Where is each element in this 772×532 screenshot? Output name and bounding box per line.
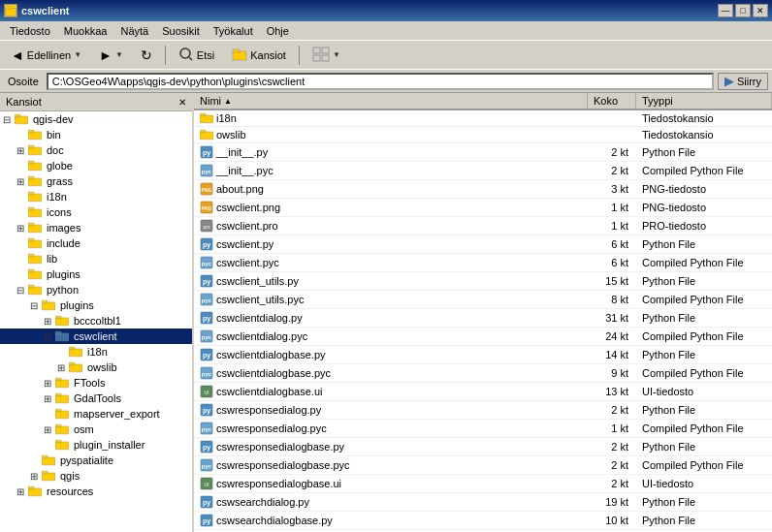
- menu-item-suosikit[interactable]: Suosikit: [156, 23, 206, 39]
- tree-item-plugins[interactable]: plugins: [0, 266, 192, 282]
- file-size-cell: 6 kt: [588, 235, 636, 253]
- address-input[interactable]: [47, 73, 714, 90]
- file-row[interactable]: PNG cswclient.png1 ktPNG-tiedosto: [194, 199, 772, 217]
- tree-item-i18n2[interactable]: i18n: [0, 344, 192, 360]
- col-header-size[interactable]: Koko: [588, 93, 636, 109]
- file-row[interactable]: i18nTiedostokansio: [194, 110, 772, 127]
- menu-item-tiedosto[interactable]: Tiedosto: [4, 23, 56, 39]
- tree-item-GdalTools[interactable]: GdalTools: [0, 391, 192, 406]
- expander-qgis[interactable]: [27, 469, 41, 483]
- tree-item-qgis-dev[interactable]: qgis-dev: [0, 111, 192, 127]
- file-row[interactable]: py cswclientdialogbase.py14 ktPython Fil…: [194, 346, 772, 364]
- file-row[interactable]: pyc cswresponsedialogbase.pyc2 ktCompile…: [194, 456, 772, 475]
- expander-plugins2[interactable]: [27, 298, 41, 312]
- tree-item-lib[interactable]: lib: [0, 251, 192, 266]
- back-dropdown-icon[interactable]: ▼: [74, 50, 81, 59]
- file-name: cswsearchdialog.py: [216, 496, 309, 508]
- forward-dropdown-icon[interactable]: ▼: [115, 50, 123, 59]
- tree-item-owslib2[interactable]: owslib: [0, 360, 192, 375]
- svg-rect-56: [42, 473, 55, 481]
- expander-python[interactable]: [14, 283, 27, 297]
- expander-bcccoltbl1[interactable]: [41, 314, 54, 328]
- file-row[interactable]: py cswresponsedialogbase.py2 ktPython Fi…: [194, 438, 772, 456]
- refresh-button[interactable]: ↻: [134, 44, 159, 67]
- tree-item-pyspatialite[interactable]: pyspatialite: [0, 453, 192, 468]
- expander-GdalTools[interactable]: [41, 391, 54, 405]
- tree-item-doc[interactable]: doc: [0, 142, 192, 158]
- file-row[interactable]: PNG about.png3 ktPNG-tiedosto: [194, 180, 772, 199]
- view-button[interactable]: ▼: [306, 44, 347, 67]
- file-row[interactable]: py cswclient_utils.py15 ktPython File: [194, 272, 772, 291]
- tree-item-i18n[interactable]: i18n: [0, 189, 192, 204]
- tree-item-mapserver_export[interactable]: mapserver_export: [0, 406, 192, 422]
- file-row[interactable]: pyc cswresponsedialog.pyc1 ktCompiled Py…: [194, 420, 772, 438]
- file-size-cell: 2 kt: [588, 162, 636, 179]
- file-row[interactable]: pyc cswclientdialog.pyc24 ktCompiled Pyt…: [194, 328, 772, 346]
- file-type-cell: Compiled Python File: [636, 162, 772, 179]
- tree-item-cswclient[interactable]: cswclient: [0, 329, 192, 344]
- expander-grass[interactable]: [14, 174, 27, 188]
- search-button[interactable]: Etsi: [172, 44, 221, 67]
- expander-cswclient[interactable]: [41, 329, 54, 343]
- file-row[interactable]: py cswclientdialog.py31 ktPython File: [194, 309, 772, 328]
- tree-item-bin[interactable]: bin: [0, 127, 192, 142]
- file-row[interactable]: py cswresponsedialog.py2 ktPython File: [194, 401, 772, 420]
- file-row[interactable]: py cswsearchdialog.py19 ktPython File: [194, 493, 772, 512]
- maximize-button[interactable]: □: [735, 4, 751, 17]
- tree-item-icons[interactable]: icons: [0, 204, 192, 220]
- file-row[interactable]: pyc __init__.pyc2 ktCompiled Python File: [194, 162, 772, 180]
- folders-button[interactable]: Kansiot: [225, 44, 293, 67]
- tree-item-bcccoltbl1[interactable]: bcccoltbl1: [0, 313, 192, 329]
- file-row[interactable]: py cswclient.py6 ktPython File: [194, 235, 772, 254]
- menu-item-ohje[interactable]: Ohje: [261, 23, 295, 39]
- file-row[interactable]: py __init__.py2 ktPython File: [194, 143, 772, 162]
- tree-item-FTools[interactable]: FTools: [0, 375, 192, 391]
- tree-item-globe[interactable]: globe: [0, 158, 192, 173]
- file-type-cell: Python File: [636, 346, 772, 363]
- view-dropdown-icon[interactable]: ▼: [333, 50, 340, 59]
- file-row[interactable]: pro cswclient.pro1 ktPRO-tiedosto: [194, 217, 772, 235]
- folders-close-button[interactable]: ✕: [178, 97, 186, 108]
- expander-qgis-dev[interactable]: [0, 112, 14, 126]
- file-row[interactable]: py cswsearchdialogbase.py10 ktPython Fil…: [194, 512, 772, 530]
- expander-doc[interactable]: [14, 143, 27, 157]
- tree-item-osm[interactable]: osm: [0, 422, 192, 437]
- file-row[interactable]: pyc cswclient_utils.pyc8 ktCompiled Pyth…: [194, 291, 772, 309]
- go-button[interactable]: ▶ Siirry: [718, 73, 768, 90]
- file-row[interactable]: pyc cswclientdialogbase.pyc9 ktCompiled …: [194, 364, 772, 383]
- forward-button[interactable]: ► ▼: [92, 44, 130, 67]
- file-type-cell: PNG-tiedosto: [636, 180, 772, 198]
- tree-item-plugin_installer[interactable]: plugin_installer: [0, 437, 192, 453]
- tree-item-grass[interactable]: grass: [0, 173, 192, 189]
- expander-images[interactable]: [14, 221, 27, 235]
- tree-item-plugins2[interactable]: plugins: [0, 297, 192, 313]
- expander-osm[interactable]: [41, 422, 54, 436]
- file-type-cell: Compiled Python File: [636, 328, 772, 345]
- svg-rect-57: [42, 471, 48, 474]
- tree-item-resources[interactable]: resources: [0, 484, 192, 499]
- file-name-cell: PNG cswclient.png: [194, 199, 588, 216]
- file-row[interactable]: owslibTiedostokansio: [194, 127, 772, 143]
- back-button[interactable]: ◄ Edellinen ▼: [4, 44, 88, 67]
- menu-item-muokkaa[interactable]: Muokkaa: [58, 23, 113, 39]
- expander-owslib2[interactable]: [54, 360, 68, 374]
- close-button[interactable]: ✕: [753, 4, 768, 17]
- folder-icon-osm: [54, 423, 70, 436]
- minimize-button[interactable]: —: [718, 4, 733, 17]
- col-header-name[interactable]: Nimi ▲: [194, 93, 588, 109]
- tree-item-include[interactable]: include: [0, 235, 192, 251]
- tree-item-python[interactable]: python: [0, 282, 192, 297]
- file-row[interactable]: UI cswresponsedialogbase.ui2 ktUI-tiedos…: [194, 475, 772, 493]
- folder-icon-qgis-dev: [14, 113, 29, 126]
- file-row[interactable]: UI cswclientdialogbase.ui13 ktUI-tiedost…: [194, 383, 772, 401]
- col-header-type[interactable]: Tyyppi: [636, 93, 772, 109]
- tree-item-images[interactable]: images: [0, 220, 192, 235]
- file-icon: py: [200, 274, 213, 288]
- tree-item-qgis[interactable]: qgis: [0, 468, 192, 484]
- menu-item-työkalut[interactable]: Työkalut: [208, 23, 259, 39]
- expander-FTools[interactable]: [41, 376, 54, 390]
- menu-item-näytä[interactable]: Näytä: [114, 23, 154, 39]
- file-row[interactable]: pyc cswclient.pyc6 ktCompiled Python Fil…: [194, 254, 772, 272]
- tree-label-globe: globe: [45, 160, 73, 172]
- expander-resources[interactable]: [14, 485, 27, 498]
